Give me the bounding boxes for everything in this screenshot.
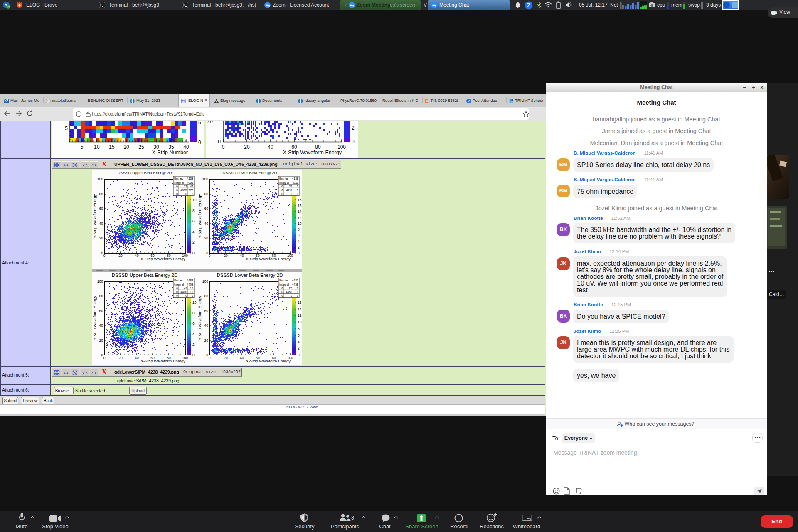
svg-text:20: 20: [224, 356, 228, 360]
svg-text:12: 12: [298, 216, 302, 220]
svg-text:X-Strip Waveform Energy: X-Strip Waveform Energy: [283, 150, 342, 155]
svg-text:4408: 4408: [187, 283, 193, 286]
svg-text:10: 10: [192, 300, 197, 305]
svg-text:Entries: Entries: [279, 177, 288, 180]
svg-text:100: 100: [337, 144, 346, 150]
svg-text:60: 60: [204, 207, 209, 211]
svg-text:60: 60: [99, 309, 103, 313]
svg-text:15: 15: [190, 287, 193, 290]
svg-text:100: 100: [97, 279, 103, 283]
svg-text:0: 0: [209, 254, 211, 258]
svg-text:Y-Strip Waveform Energy: Y-Strip Waveform Energy: [92, 194, 97, 239]
svg-text:40: 40: [204, 222, 209, 226]
svg-text:44: 44: [190, 185, 193, 188]
svg-text:14: 14: [298, 307, 302, 311]
svg-text:12: 12: [184, 185, 187, 188]
svg-text:22: 22: [289, 287, 292, 290]
svg-text:4138: 4138: [187, 177, 193, 180]
svg-text:80: 80: [204, 294, 209, 298]
svg-text:6: 6: [192, 219, 195, 223]
svg-text:0: 0: [103, 254, 106, 258]
svg-text:20: 20: [224, 254, 228, 258]
svg-text:100: 100: [202, 279, 208, 283]
svg-text:4: 4: [192, 332, 195, 336]
svg-text:Y-Strip Waveform Energy: Y-Strip Waveform Energy: [197, 296, 202, 340]
svg-text:Integral: Integral: [279, 283, 289, 286]
svg-text:DSSSD Lower Beta Energy 2D: DSSSD Lower Beta Energy 2D: [223, 170, 277, 175]
svg-text:1:1: 1:1: [64, 163, 68, 167]
svg-text:20: 20: [244, 144, 250, 150]
svg-text:20: 20: [99, 338, 103, 342]
svg-text:0: 0: [176, 291, 178, 293]
svg-text:40: 40: [99, 222, 103, 226]
svg-text:40: 40: [240, 254, 244, 258]
svg-text:0: 0: [291, 294, 292, 297]
svg-text:Integral: Integral: [279, 181, 289, 185]
svg-text:Y-Strip Waveform Energy: Y-Strip Waveform Energy: [92, 296, 97, 340]
svg-text:4: 4: [192, 230, 195, 234]
svg-text:5: 5: [65, 126, 68, 131]
svg-text:0: 0: [222, 144, 225, 150]
svg-text:4458: 4458: [286, 291, 292, 293]
svg-text:40: 40: [268, 144, 273, 150]
svg-text:8: 8: [298, 327, 300, 331]
svg-text:40: 40: [135, 254, 139, 258]
svg-text:0: 0: [297, 185, 298, 188]
svg-text:0: 0: [176, 192, 178, 195]
svg-text:0: 0: [281, 189, 283, 192]
svg-text:40: 40: [135, 356, 139, 360]
svg-text:4055: 4055: [187, 181, 193, 184]
svg-text:20: 20: [204, 236, 209, 240]
svg-text:16: 16: [298, 204, 302, 208]
svg-text:20: 20: [99, 236, 103, 240]
svg-text:16: 16: [298, 300, 302, 305]
svg-text:4138: 4138: [292, 177, 298, 180]
svg-text:0: 0: [101, 353, 103, 357]
svg-text:5: 5: [198, 121, 201, 126]
svg-text:1: 1: [297, 291, 298, 293]
svg-text:0: 0: [192, 251, 195, 255]
svg-text:0: 0: [192, 353, 195, 357]
svg-text:0: 0: [101, 251, 103, 255]
svg-text:2: 2: [298, 346, 300, 350]
svg-text:0: 0: [291, 192, 292, 195]
svg-text:20: 20: [207, 121, 213, 124]
svg-text:0: 0: [281, 287, 283, 290]
svg-text:X-Strip Waveform Energy: X-Strip Waveform Energy: [246, 256, 291, 261]
svg-text:10: 10: [94, 144, 100, 150]
svg-text:60: 60: [204, 309, 209, 313]
svg-text:8: 8: [298, 227, 300, 232]
svg-text:0: 0: [176, 287, 178, 290]
svg-text:35: 35: [168, 144, 174, 150]
svg-text:6: 6: [298, 333, 300, 337]
svg-text:0: 0: [281, 291, 283, 293]
svg-text:100: 100: [202, 177, 208, 181]
svg-text:0: 0: [103, 356, 106, 360]
svg-text:0: 0: [206, 251, 208, 255]
svg-text:4: 4: [298, 239, 300, 244]
svg-text:4482: 4482: [187, 279, 193, 282]
svg-text:Z: Z: [527, 2, 531, 9]
svg-text:EL: EL: [182, 100, 185, 103]
svg-text:2: 2: [298, 245, 300, 249]
svg-text:Entries: Entries: [174, 177, 183, 180]
svg-text:0: 0: [281, 185, 283, 188]
svg-text:25: 25: [138, 144, 144, 150]
svg-text:14: 14: [298, 209, 302, 214]
svg-text:4111: 4111: [292, 181, 298, 184]
svg-text:10: 10: [298, 320, 302, 324]
svg-text:80: 80: [204, 192, 209, 196]
svg-text:2: 2: [192, 240, 195, 244]
svg-text:8: 8: [192, 209, 195, 213]
svg-text:DSSSD Upper Beta Energy 2D: DSSSD Upper Beta Energy 2D: [112, 273, 178, 278]
svg-text:4: 4: [298, 340, 300, 344]
svg-text:100: 100: [97, 177, 103, 181]
svg-text:40: 40: [204, 323, 209, 328]
svg-text:Y-Strip Waveform Energy: Y-Strip Waveform Energy: [197, 194, 202, 239]
svg-text:10: 10: [190, 291, 193, 293]
svg-text:Integral: Integral: [174, 283, 184, 286]
svg-text:0: 0: [218, 139, 221, 145]
svg-text:0: 0: [192, 294, 193, 297]
svg-text:Integral: Integral: [174, 181, 184, 185]
svg-text:272: 272: [188, 189, 193, 192]
